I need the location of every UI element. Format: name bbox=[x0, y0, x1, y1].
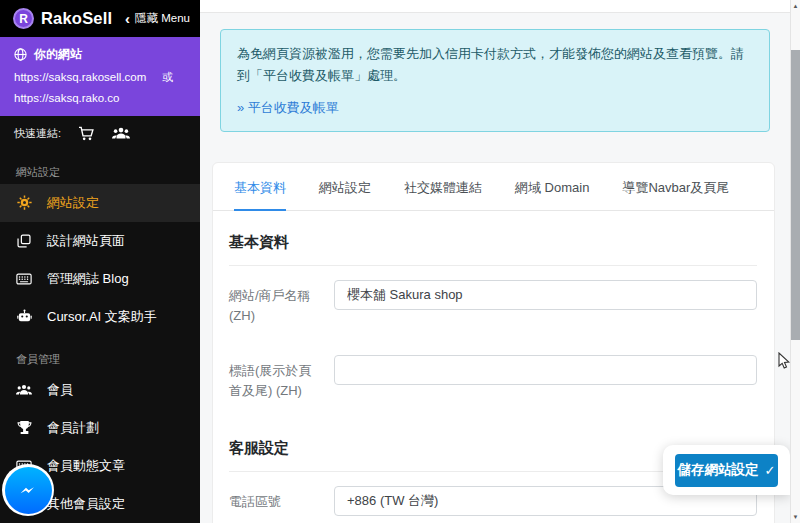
rakosell-logo-icon: R bbox=[13, 8, 34, 29]
section-heading-basic-info: 基本資料 bbox=[229, 233, 757, 266]
shop-name-input[interactable] bbox=[334, 280, 757, 310]
brand-name: RakoSell bbox=[41, 9, 112, 28]
sidebar-item-blog[interactable]: 管理網誌 Blog bbox=[0, 260, 200, 298]
tab-basic-info[interactable]: 基本資料 bbox=[234, 163, 286, 211]
members-icon[interactable] bbox=[112, 127, 130, 140]
keyboard-icon bbox=[16, 273, 32, 285]
robot-icon bbox=[16, 309, 32, 324]
settings-tabs: 基本資料 網站設定 社交媒體連結 網域 Domain 導覽Navbar及頁尾 bbox=[213, 163, 774, 211]
menu-section-site-settings: 網站設定 bbox=[0, 152, 200, 184]
tab-social-links[interactable]: 社交媒體連結 bbox=[404, 163, 482, 211]
slogan-label: 標語(展示於頁首及尾) (ZH) bbox=[229, 355, 324, 401]
tab-site-settings[interactable]: 網站設定 bbox=[319, 163, 371, 211]
save-panel: 儲存網站設定 ✓ bbox=[663, 445, 790, 495]
pages-icon bbox=[16, 234, 32, 248]
sidebar-item-label: Cursor.AI 文案助手 bbox=[47, 308, 157, 326]
quick-links-bar: 快速連結: bbox=[0, 116, 200, 152]
vertical-scrollbar: ▲ ▼ bbox=[790, 0, 800, 523]
slogan-input[interactable] bbox=[334, 355, 757, 385]
sidebar-item-design-pages[interactable]: 設計網站頁面 bbox=[0, 222, 200, 260]
sidebar-item-cursor-ai[interactable]: Cursor.AI 文案助手 bbox=[0, 298, 200, 336]
trophy-icon bbox=[16, 420, 32, 435]
your-site-title: 你的網站 bbox=[34, 46, 82, 63]
hide-menu-label: 隱藏 Menu bbox=[135, 11, 190, 26]
sidebar-item-label: 其他會員設定 bbox=[47, 495, 125, 513]
billing-alert-message: 為免網頁資源被濫用，您需要先加入信用卡付款方式，才能發佈您的網站及查看預覽。請到… bbox=[237, 43, 753, 87]
app-window: R RakoSell ‹ 隱藏 Menu 你的網站 https://saksq.… bbox=[0, 0, 800, 523]
scrollbar-up-arrow-icon[interactable]: ▲ bbox=[791, 1, 800, 11]
site-url-secondary[interactable]: https://saksq.rako.co bbox=[14, 92, 186, 104]
billing-alert-link[interactable]: » 平台收費及帳單 bbox=[237, 99, 339, 117]
sidebar-item-label: 會員 bbox=[47, 381, 73, 399]
phone-code-label: 電話區號 bbox=[229, 486, 324, 516]
or-text: 或 bbox=[162, 71, 173, 83]
menu-section-member-management: 會員管理 bbox=[0, 336, 200, 371]
save-button-label: 儲存網站設定 bbox=[678, 461, 759, 479]
shop-name-label: 網站/商戶名稱 (ZH) bbox=[229, 280, 324, 326]
globe-icon bbox=[14, 48, 27, 61]
hide-menu-button[interactable]: ‹ 隱藏 Menu bbox=[125, 11, 190, 26]
tab-navbar-footer[interactable]: 導覽Navbar及頁尾 bbox=[622, 163, 729, 211]
sidebar-item-members[interactable]: 會員 bbox=[0, 371, 200, 409]
sidebar-item-label: 管理網誌 Blog bbox=[47, 270, 129, 288]
chevron-left-icon: ‹ bbox=[125, 11, 130, 26]
form-row-slogan: 標語(展示於頁首及尾) (ZH) bbox=[229, 355, 757, 401]
sidebar: R RakoSell ‹ 隱藏 Menu 你的網站 https://saksq.… bbox=[0, 0, 200, 523]
sidebar-item-label: 會員動態文章 bbox=[47, 457, 125, 475]
your-site-panel: 你的網站 https://saksq.rakosell.com或 https:/… bbox=[0, 37, 200, 116]
messenger-chat-button[interactable] bbox=[2, 464, 54, 516]
top-header-strip bbox=[200, 0, 800, 13]
sidebar-header: R RakoSell ‹ 隱藏 Menu bbox=[0, 0, 200, 37]
sidebar-item-label: 會員計劃 bbox=[47, 419, 99, 437]
sidebar-item-label: 設計網站頁面 bbox=[47, 232, 125, 250]
scrollbar-down-arrow-icon[interactable]: ▼ bbox=[791, 512, 800, 522]
scrollbar-thumb[interactable] bbox=[791, 50, 800, 340]
gear-icon bbox=[16, 195, 32, 210]
save-site-settings-button[interactable]: 儲存網站設定 ✓ bbox=[675, 454, 778, 487]
logo-letter: R bbox=[19, 12, 28, 26]
users-icon bbox=[16, 384, 32, 396]
tab-domain[interactable]: 網域 Domain bbox=[515, 163, 589, 211]
sidebar-item-member-plans[interactable]: 會員計劃 bbox=[0, 409, 200, 447]
sidebar-item-site-settings[interactable]: 網站設定 bbox=[0, 184, 200, 222]
messenger-icon bbox=[5, 467, 52, 514]
check-icon: ✓ bbox=[765, 463, 776, 478]
billing-alert: 為免網頁資源被濫用，您需要先加入信用卡付款方式，才能發佈您的網站及查看預覽。請到… bbox=[220, 29, 770, 132]
form-row-shop-name: 網站/商戶名稱 (ZH) bbox=[229, 280, 757, 326]
cart-icon[interactable] bbox=[78, 126, 95, 141]
site-url-primary[interactable]: https://saksq.rakosell.com或 bbox=[14, 70, 186, 85]
sidebar-item-label: 網站設定 bbox=[47, 194, 99, 212]
quick-links-label: 快速連結: bbox=[14, 126, 61, 141]
